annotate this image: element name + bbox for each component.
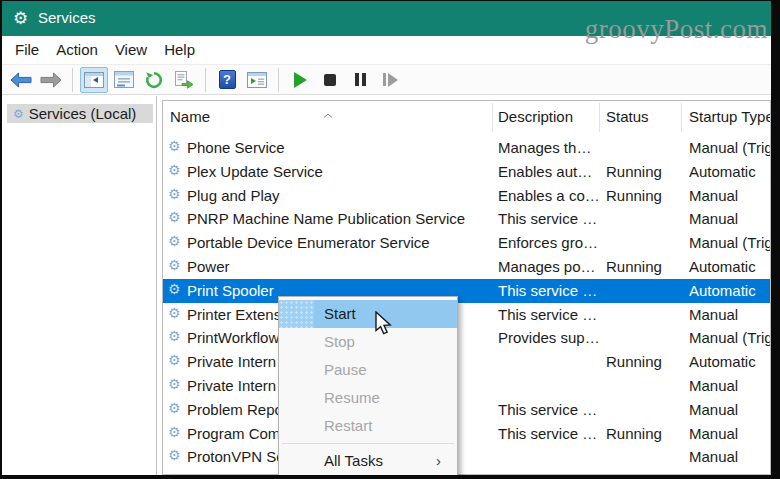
table-row[interactable]: ⚙Phone ServiceManages th…Manual (Trigg… bbox=[163, 136, 770, 160]
table-row[interactable]: ⚙Problem RepoThis service …Manual bbox=[163, 398, 770, 422]
cell-name: Program Com bbox=[187, 425, 280, 442]
cell-description: This service … bbox=[498, 210, 597, 227]
column-header-status[interactable]: Status bbox=[606, 108, 649, 125]
context-menu-item-all-tasks[interactable]: All Tasks› bbox=[279, 447, 457, 475]
cell-description: Enables a co… bbox=[498, 187, 600, 204]
cell-startup-type: Automatic bbox=[689, 258, 756, 275]
context-menu: StartStopPauseResumeRestartAll Tasks› bbox=[278, 296, 458, 479]
column-header-startup-type[interactable]: Startup Type bbox=[689, 108, 771, 125]
export-list-icon[interactable] bbox=[170, 67, 198, 93]
service-gear-icon: ⚙ bbox=[168, 471, 181, 474]
table-header: Name Description Status Startup Type bbox=[163, 101, 770, 134]
service-gear-icon: ⚙ bbox=[168, 209, 181, 225]
cell-startup-type: Manual bbox=[689, 425, 738, 442]
cell-description: Provides sup… bbox=[498, 329, 600, 346]
cell-name: Plex Update Service bbox=[187, 163, 323, 180]
service-gear-icon: ⚙ bbox=[168, 400, 181, 416]
cell-name: Printer Extens bbox=[187, 306, 281, 323]
toolbar-separator bbox=[205, 68, 206, 92]
toolbar: ? bbox=[2, 64, 771, 95]
menu-file[interactable]: File bbox=[15, 36, 39, 64]
cell-name: Portable Device Enumerator Service bbox=[187, 234, 430, 251]
service-gear-icon: ⚙ bbox=[168, 138, 181, 154]
cell-name: ProtonVPN U bbox=[187, 472, 277, 474]
cell-description: This service … bbox=[498, 306, 597, 323]
table-row[interactable]: ⚙Plex Update ServiceEnables aut…RunningA… bbox=[163, 160, 770, 184]
table-row[interactable]: ⚙PNRP Machine Name Publication ServiceTh… bbox=[163, 207, 770, 231]
table-row[interactable]: ⚙PrintWorkflowProvides sup…Manual (Trigg… bbox=[163, 326, 770, 350]
services-window: ⚙ Services groovyPost.com FileActionView… bbox=[0, 0, 780, 479]
menu-help[interactable]: Help bbox=[164, 36, 195, 64]
context-menu-item-stop: Stop bbox=[279, 328, 457, 356]
cell-status: Running bbox=[606, 258, 662, 275]
table-row[interactable]: ⚙Portable Device Enumerator ServiceEnfor… bbox=[163, 231, 770, 255]
cell-description: This service … bbox=[498, 401, 597, 418]
help-icon[interactable]: ? bbox=[213, 67, 241, 93]
column-header-name[interactable]: Name bbox=[170, 108, 210, 125]
cell-startup-type: Manual bbox=[689, 377, 738, 394]
table-row[interactable]: ⚙ProtonVPN SeManual bbox=[163, 445, 770, 469]
pause-service-icon[interactable] bbox=[346, 67, 374, 93]
service-gear-icon: ⚙ bbox=[168, 376, 181, 392]
mouse-cursor bbox=[374, 311, 394, 341]
menu-action[interactable]: Action bbox=[56, 36, 98, 64]
services-list-panel: Name Description Status Startup Type ⚙Ph… bbox=[162, 100, 771, 475]
cell-status: Running bbox=[606, 187, 662, 204]
back-icon[interactable] bbox=[7, 67, 35, 93]
cell-description: Enforces gro… bbox=[498, 234, 598, 251]
cell-startup-type: Automatic bbox=[689, 282, 756, 299]
start-service-icon[interactable] bbox=[286, 67, 314, 93]
cell-name: ProtonVPN Se bbox=[187, 448, 285, 465]
properties-icon[interactable] bbox=[110, 67, 138, 93]
service-gear-icon: ⚙ bbox=[168, 305, 181, 321]
window-edge bbox=[0, 475, 780, 479]
cell-startup-type: Manual bbox=[689, 210, 738, 227]
cell-startup-type: Manual (Trigg… bbox=[689, 329, 770, 346]
cell-status: Running bbox=[606, 163, 662, 180]
restart-service-icon[interactable] bbox=[376, 67, 404, 93]
table-row[interactable]: ⚙Private InternManual bbox=[163, 374, 770, 398]
menu-view[interactable]: View bbox=[115, 36, 147, 64]
service-gear-icon: ⚙ bbox=[168, 257, 181, 273]
show-action-pane-icon[interactable] bbox=[243, 67, 271, 93]
sidebar-item-services-local[interactable]: ⚙ Services (Local) bbox=[7, 104, 153, 123]
cell-startup-type: Manual bbox=[689, 448, 738, 465]
cell-startup-type: Automatic bbox=[689, 353, 756, 370]
table-row[interactable]: ⚙PowerManages po…RunningAutomatic bbox=[163, 255, 770, 279]
submenu-arrow-icon: › bbox=[436, 447, 441, 475]
refresh-icon[interactable] bbox=[140, 67, 168, 93]
service-gear-icon: ⚙ bbox=[168, 328, 181, 344]
cell-name: Power bbox=[187, 258, 230, 275]
cell-description: Manages th… bbox=[498, 139, 591, 156]
cell-name: Private Intern bbox=[187, 377, 276, 394]
show-console-tree-icon[interactable] bbox=[80, 67, 108, 93]
cell-description: This service … bbox=[498, 425, 597, 442]
cell-startup-type: Manual bbox=[689, 401, 738, 418]
table-row[interactable]: ⚙Private InternRunningAutomatic bbox=[163, 350, 770, 374]
stop-service-icon[interactable] bbox=[316, 67, 344, 93]
table-row[interactable]: ⚙Printer ExtensThis service …Manual bbox=[163, 303, 770, 327]
cell-startup-type: Manual (Trigg… bbox=[689, 234, 770, 251]
window-title: Services bbox=[38, 0, 96, 36]
table-row[interactable]: ⚙ProtonVPN UManual bbox=[163, 469, 770, 474]
column-header-description[interactable]: Description bbox=[498, 108, 573, 125]
table-row[interactable]: ⚙Plug and PlayEnables a co…RunningManual bbox=[163, 184, 770, 208]
context-menu-item-pause: Pause bbox=[279, 356, 457, 384]
services-table-body: ⚙Phone ServiceManages th…Manual (Trigg…⚙… bbox=[163, 136, 770, 474]
toolbar-separator bbox=[72, 68, 73, 92]
service-gear-icon: ⚙ bbox=[168, 447, 181, 463]
context-menu-item-start[interactable]: Start bbox=[279, 300, 457, 328]
service-gear-icon: ⚙ bbox=[13, 107, 24, 121]
cell-startup-type: Manual bbox=[689, 472, 738, 474]
service-gear-icon: ⚙ bbox=[168, 233, 181, 249]
cell-name: Problem Repo bbox=[187, 401, 283, 418]
cell-name: Phone Service bbox=[187, 139, 285, 156]
forward-icon[interactable] bbox=[37, 67, 65, 93]
service-gear-icon: ⚙ bbox=[168, 281, 181, 297]
cell-description: Manages po… bbox=[498, 258, 596, 275]
table-row[interactable]: ⚙Program ComThis service …RunningManual bbox=[163, 422, 770, 446]
table-row-selected[interactable]: ⚙Print SpoolerThis service …Automatic bbox=[163, 279, 770, 303]
service-gear-icon: ⚙ bbox=[168, 352, 181, 368]
cell-name: PNRP Machine Name Publication Service bbox=[187, 210, 465, 227]
service-gear-icon: ⚙ bbox=[168, 424, 181, 440]
